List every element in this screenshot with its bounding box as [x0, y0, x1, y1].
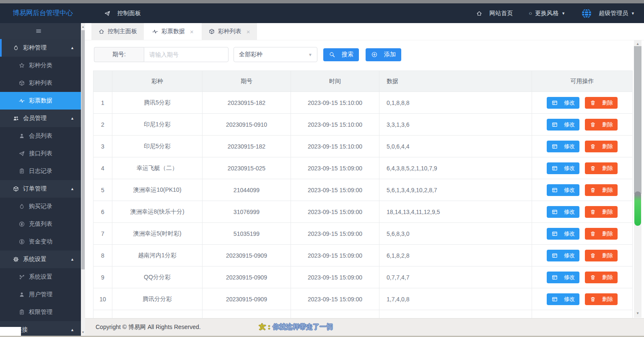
send-icon — [18, 151, 25, 157]
green-scrollbar-thumb[interactable] — [634, 191, 641, 226]
tab-label: 彩种列表 — [218, 28, 242, 35]
table-header-cell — [93, 71, 112, 91]
draw-time: 2023-09-15 15:09:00 — [291, 179, 379, 201]
sidebar-item[interactable]: 会员列表 — [0, 127, 81, 145]
sidebar-collapse-button[interactable] — [0, 23, 81, 39]
sidebar-scrollbar[interactable]: ▲ ▼ — [81, 23, 85, 337]
lottery-name: 澳洲幸运8(快乐十分) — [112, 201, 203, 222]
edit-button[interactable]: 修改 — [547, 97, 579, 109]
home-icon — [98, 29, 105, 34]
close-icon[interactable]: × — [190, 28, 194, 35]
edit-button-label: 修改 — [564, 230, 575, 238]
delete-button[interactable]: 删除 — [585, 184, 618, 196]
admin-user-menu[interactable]: 超级管理员 ▼ — [581, 8, 635, 19]
sidebar-item[interactable]: 用户管理 — [0, 286, 81, 303]
row-index: 1 — [93, 92, 112, 113]
edit-button[interactable]: 修改 — [547, 206, 579, 218]
sidebar-section[interactable]: 彩种管理▲ — [0, 39, 81, 57]
site-home-label: 网站首页 — [489, 10, 513, 17]
row-index: 9 — [93, 266, 112, 288]
delete-button[interactable]: 删除 — [585, 272, 618, 283]
add-button[interactable]: 添加 — [366, 48, 401, 61]
issue-label: 期号: — [94, 47, 144, 62]
edit-icon — [551, 144, 558, 149]
delete-button[interactable]: 删除 — [585, 228, 618, 240]
delete-button[interactable]: 删除 — [585, 250, 618, 261]
edit-button[interactable]: 修改 — [547, 119, 579, 131]
edit-button-label: 修改 — [564, 274, 575, 281]
header-right: 网站首页 ○ 更换风格 ▼ 超级管理员 ▼ — [476, 8, 635, 19]
sidebar-section[interactable]: 会员管理▲ — [0, 110, 81, 127]
edit-button[interactable]: 修改 — [547, 293, 579, 305]
sidebar-item[interactable]: 彩种分类 — [0, 57, 81, 74]
edit-icon — [551, 165, 558, 171]
change-style-dropdown[interactable]: ○ 更换风格 ▼ — [529, 10, 565, 17]
table-row: 8越南河内1分彩20230915-09092023-09-15 15:09:00… — [93, 244, 632, 266]
sidebar-item[interactable]: 彩种列表 — [0, 74, 81, 92]
lottery-name: 幸运飞艇（二） — [112, 157, 203, 179]
sidebar-section[interactable]: 订单管理▲ — [0, 180, 81, 198]
fire-icon — [18, 204, 25, 209]
edit-button-label: 修改 — [564, 143, 575, 150]
table-row: 7澳洲幸运5(时时彩)510351992023-09-15 15:09:005,… — [93, 222, 632, 244]
edit-button[interactable]: 修改 — [547, 250, 579, 261]
sidebar-item[interactable]: 彩票数据 — [0, 92, 81, 110]
scroll-up-arrow-icon[interactable]: ▲ — [81, 25, 85, 28]
issue-input[interactable] — [144, 47, 229, 62]
lottery-name: QQ分分彩 — [112, 266, 203, 288]
user-icon — [18, 292, 25, 298]
issue-number: 20230915-182 — [203, 136, 291, 157]
trash-icon — [589, 144, 596, 149]
edit-button[interactable]: 修改 — [547, 184, 579, 196]
lottery-name: 印尼1分彩 — [112, 114, 203, 135]
dashboard-link[interactable]: 控制面板 — [104, 10, 141, 17]
row-index: 10 — [93, 288, 112, 310]
sidebar-item[interactable]: 日志记录 — [0, 162, 81, 180]
row-actions: 修改删除 — [532, 288, 632, 310]
scroll-up-arrow-icon[interactable]: ▲ — [634, 42, 641, 46]
search-button[interactable]: 搜索 — [323, 48, 359, 61]
table-header-cell: 期号 — [203, 71, 291, 91]
sidebar-scrollbar-thumb[interactable] — [81, 30, 85, 269]
marquee-prefix: 女： — [259, 323, 273, 330]
sidebar-item[interactable]: 资金变动 — [0, 233, 81, 251]
sidebar-item[interactable]: 购买记录 — [0, 198, 81, 215]
row-index: 6 — [93, 201, 112, 222]
sidebar-item[interactable]: 接口列表 — [0, 145, 81, 162]
table-header-cell: 数据 — [379, 71, 532, 91]
scroll-down-arrow-icon[interactable]: ▼ — [634, 311, 641, 315]
site-home-link[interactable]: 网站首页 — [476, 10, 513, 17]
delete-button[interactable]: 删除 — [585, 293, 618, 305]
fire-icon — [13, 45, 19, 51]
issue-number: 20230915-0909 — [203, 266, 291, 288]
lottery-type-select[interactable]: 全部彩种 ▼ — [234, 47, 317, 62]
delete-button[interactable]: 删除 — [585, 206, 618, 218]
sidebar-item-label: 日志记录 — [29, 167, 52, 175]
edit-button[interactable]: 修改 — [547, 162, 579, 174]
delete-button[interactable]: 删除 — [585, 97, 618, 109]
sidebar-item[interactable]: 充值列表 — [0, 215, 81, 233]
trash-icon — [589, 253, 596, 259]
tab[interactable]: 彩种列表× — [202, 23, 257, 40]
tab[interactable]: 彩票数据× — [145, 23, 200, 40]
sidebar-item[interactable]: 系统设置 — [0, 268, 81, 286]
sidebar-item[interactable]: 权限管理 — [0, 303, 81, 321]
sidebar-item-label: 接口列表 — [29, 150, 52, 157]
main-scrollbar[interactable]: ▲ ▼ — [634, 40, 641, 318]
delete-button[interactable]: 删除 — [585, 141, 618, 152]
delete-button[interactable]: 删除 — [585, 162, 618, 174]
delete-button[interactable]: 删除 — [585, 119, 618, 131]
edit-button[interactable]: 修改 — [547, 141, 579, 152]
edit-button[interactable]: 修改 — [547, 272, 579, 283]
delete-button-label: 删除 — [602, 99, 613, 107]
scroll-down-arrow-icon[interactable]: ▼ — [81, 331, 85, 334]
main-scrollbar-thumb[interactable] — [634, 46, 641, 194]
draw-time: 2023-09-15 15:10:00 — [291, 136, 379, 157]
close-icon[interactable]: × — [247, 28, 250, 35]
edit-button[interactable]: 修改 — [547, 228, 579, 240]
delete-button-label: 删除 — [602, 230, 613, 238]
lottery-type-value: 全部彩种 — [239, 51, 262, 58]
tab[interactable]: 控制主面板 — [91, 23, 144, 40]
sidebar-section[interactable]: 系统设置▲ — [0, 251, 81, 268]
circle-icon: ○ — [529, 10, 532, 16]
